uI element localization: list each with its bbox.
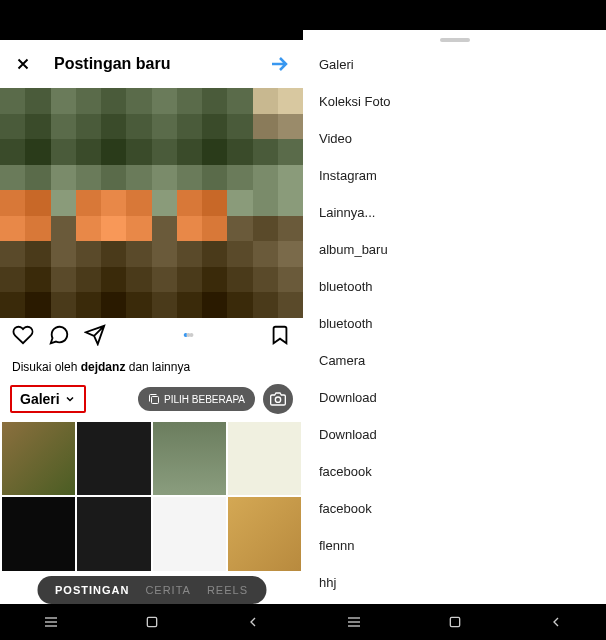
chevron-down-icon — [64, 393, 76, 405]
svg-point-1 — [275, 397, 280, 402]
tab-post[interactable]: POSTINGAN — [55, 584, 129, 596]
system-navbar-left — [0, 604, 303, 640]
sheet-drag-handle[interactable] — [440, 38, 470, 42]
gallery-thumb[interactable] — [77, 422, 150, 495]
home-icon[interactable] — [447, 614, 463, 630]
new-post-header: Postingan baru — [0, 40, 303, 88]
camera-button[interactable] — [263, 384, 293, 414]
folder-item[interactable]: facebook — [303, 453, 606, 490]
folder-item[interactable]: Download — [303, 416, 606, 453]
camera-icon — [270, 391, 286, 407]
home-icon[interactable] — [144, 614, 160, 630]
right-phone-screen: Galeri Koleksi Foto Video Instagram Lain… — [303, 0, 606, 640]
gallery-folder-selector[interactable]: Galeri — [10, 385, 86, 413]
folder-item[interactable]: facebook — [303, 490, 606, 527]
select-multiple-button[interactable]: PILIH BEBERAPA — [138, 387, 255, 411]
folder-item[interactable]: Koleksi Foto — [303, 83, 606, 120]
folder-picker-sheet: Galeri Koleksi Foto Video Instagram Lain… — [303, 30, 606, 604]
likes-text: Disukai oleh dejdanz dan lainnya — [0, 358, 303, 376]
stack-icon — [148, 393, 160, 405]
gallery-thumb[interactable] — [228, 422, 301, 495]
preview-image: ••• — [0, 88, 303, 358]
back-icon[interactable] — [548, 614, 564, 630]
status-bar-right — [303, 0, 606, 30]
folder-item[interactable]: hhj — [303, 564, 606, 601]
recents-icon[interactable] — [346, 614, 362, 630]
gallery-thumb[interactable] — [2, 497, 75, 570]
gallery-thumb[interactable] — [153, 497, 226, 570]
back-icon[interactable] — [245, 614, 261, 630]
gallery-selector-row: Galeri PILIH BEBERAPA — [0, 376, 303, 422]
carousel-dots: ••• — [120, 327, 255, 343]
close-icon[interactable] — [12, 53, 34, 75]
svg-rect-5 — [147, 617, 156, 626]
page-title: Postingan baru — [54, 55, 267, 73]
folder-item[interactable]: Camera — [303, 342, 606, 379]
gallery-thumb[interactable] — [77, 497, 150, 570]
folder-item[interactable]: bluetooth — [303, 268, 606, 305]
recents-icon[interactable] — [43, 614, 59, 630]
gallery-selector-label: Galeri — [20, 391, 60, 407]
svg-rect-9 — [450, 617, 459, 626]
folder-item[interactable]: flennn — [303, 527, 606, 564]
tab-reels[interactable]: REELS — [207, 584, 248, 596]
gallery-thumb[interactable] — [153, 422, 226, 495]
folder-item[interactable]: Galeri — [303, 46, 606, 83]
folder-item[interactable]: Lainnya... — [303, 194, 606, 231]
heart-icon[interactable] — [12, 324, 34, 346]
bookmark-icon[interactable] — [269, 324, 291, 346]
gallery-thumb[interactable] — [2, 422, 75, 495]
comment-icon[interactable] — [48, 324, 70, 346]
gallery-thumbnails — [0, 422, 303, 571]
left-phone-screen: Postingan baru ••• Disukai oleh de — [0, 0, 303, 640]
gallery-thumb[interactable] — [228, 497, 301, 570]
system-navbar-right — [303, 604, 606, 640]
mode-tabs: POSTINGAN CERITA REELS — [37, 576, 266, 604]
folder-item[interactable]: Instagram — [303, 157, 606, 194]
status-bar-left — [0, 0, 303, 40]
folder-item[interactable]: bluetooth — [303, 305, 606, 342]
folder-item[interactable]: Download — [303, 379, 606, 416]
svg-rect-0 — [152, 397, 159, 404]
tab-story[interactable]: CERITA — [145, 584, 191, 596]
share-icon[interactable] — [84, 324, 106, 346]
folder-item[interactable]: Video — [303, 120, 606, 157]
folder-item[interactable]: album_baru — [303, 231, 606, 268]
pixelated-preview — [0, 88, 303, 318]
post-actions-row: ••• — [0, 318, 303, 352]
next-arrow-icon[interactable] — [267, 52, 291, 76]
